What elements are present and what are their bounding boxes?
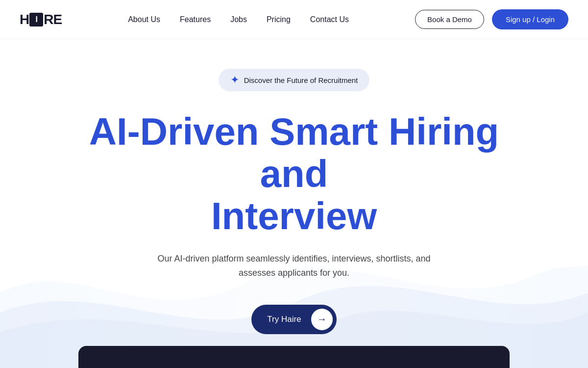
- navbar: H I RE About Us Features Jobs Pricing Co…: [0, 0, 588, 39]
- hero-subtitle: Our AI-driven platform seamlessly identi…: [157, 252, 431, 280]
- signup-login-button[interactable]: Sign up / Login: [492, 9, 568, 29]
- bottom-bar: [78, 346, 510, 368]
- logo-box: I: [29, 13, 43, 26]
- hero-title: AI-Driven Smart Hiring and Interview: [74, 111, 514, 237]
- logo-re: RE: [44, 12, 62, 27]
- book-demo-button[interactable]: Book a Demo: [415, 10, 484, 29]
- badge-text: Discover the Future of Recruitment: [244, 76, 358, 84]
- nav-item-features[interactable]: Features: [180, 15, 211, 24]
- nav-item-jobs[interactable]: Jobs: [230, 15, 247, 24]
- nav-actions: Book a Demo Sign up / Login: [415, 9, 568, 29]
- try-haire-label: Try Haire: [267, 315, 301, 324]
- arrow-icon: →: [311, 309, 333, 330]
- nav-links: About Us Features Jobs Pricing Contact U…: [128, 15, 349, 24]
- hero-title-line1: AI-Driven Smart Hiring and: [89, 110, 499, 195]
- nav-item-contact[interactable]: Contact Us: [310, 15, 349, 24]
- hero-content: ✦ Discover the Future of Recruitment AI-…: [74, 69, 514, 368]
- hero-section: ✦ Discover the Future of Recruitment AI-…: [0, 39, 588, 368]
- try-haire-button[interactable]: Try Haire →: [251, 305, 336, 334]
- hero-title-line2: Interview: [211, 194, 377, 237]
- logo-h: H: [20, 12, 29, 27]
- logo[interactable]: H I RE: [20, 12, 62, 27]
- sparkle-icon: ✦: [230, 74, 239, 86]
- hero-badge: ✦ Discover the Future of Recruitment: [219, 69, 370, 91]
- nav-item-pricing[interactable]: Pricing: [267, 15, 291, 24]
- nav-item-about[interactable]: About Us: [128, 15, 160, 24]
